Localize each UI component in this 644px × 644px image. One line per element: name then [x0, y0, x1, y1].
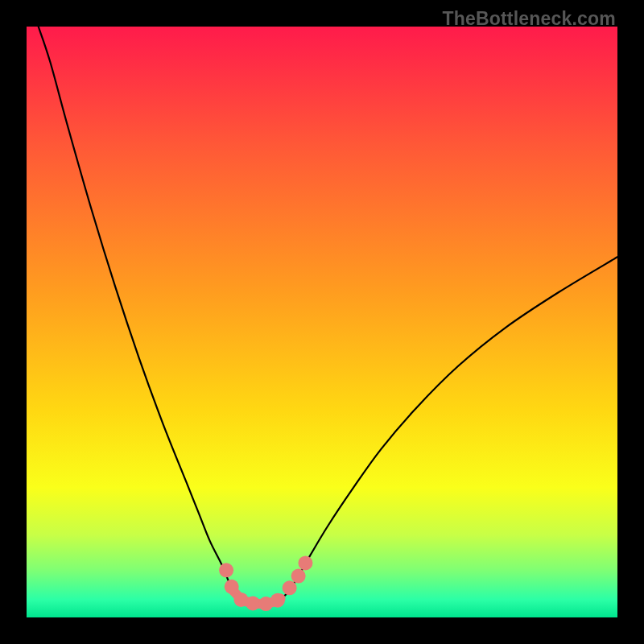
marker-point [246, 596, 260, 610]
marker-point [283, 580, 297, 595]
marker-point [270, 593, 285, 608]
marker-point [225, 580, 239, 594]
chart-frame: TheBottleneck.com [0, 0, 644, 644]
marker-point [291, 569, 306, 584]
marker-point [298, 555, 312, 570]
plot-area [27, 27, 617, 617]
gradient-background [27, 27, 617, 617]
chart-svg [27, 27, 617, 617]
watermark-text: TheBottleneck.com [442, 8, 616, 30]
marker-point [219, 563, 233, 577]
